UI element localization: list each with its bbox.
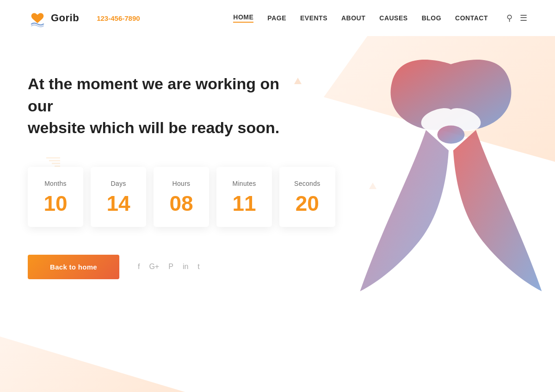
countdown-value: 11 — [232, 193, 256, 214]
logo-text: Gorib — [51, 12, 79, 24]
countdown-value: 10 — [43, 193, 67, 214]
back-home-button[interactable]: Back to home — [28, 255, 119, 279]
tagline-line2: website which will be ready soon. — [28, 119, 279, 136]
nav-home[interactable]: HOME — [233, 13, 253, 23]
social-icon-facebook[interactable]: f — [138, 263, 140, 271]
logo-icon — [28, 8, 47, 28]
social-icons: fG+Pint — [138, 263, 200, 271]
countdown-value: 14 — [106, 193, 130, 214]
countdown-item-seconds: Seconds20 — [279, 167, 335, 227]
countdown-item-minutes: Minutes11 — [216, 167, 272, 227]
countdown-label: Minutes — [232, 180, 256, 187]
bg-decoration-bottom-left — [0, 300, 185, 392]
countdown-label: Days — [111, 180, 126, 187]
social-icon-pinterest[interactable]: P — [168, 263, 173, 271]
tagline-line1: At the moment we are working on our — [28, 75, 279, 115]
logo-area: Gorib 123-456-7890 — [28, 8, 140, 28]
bottom-section: Back to home fG+Pint — [0, 227, 555, 298]
main-content: At the moment we are working on our webs… — [0, 36, 555, 227]
nav-contact[interactable]: CONTACT — [455, 14, 488, 22]
search-icon[interactable]: ⚲ — [506, 13, 512, 23]
countdown-label: Months — [44, 180, 67, 187]
menu-icon[interactable]: ☰ — [520, 13, 527, 23]
countdown-value: 08 — [169, 193, 193, 214]
header: Gorib 123-456-7890 HOME PAGE EVENTS ABOU… — [0, 0, 555, 36]
countdown-item-hours: Hours08 — [154, 167, 209, 227]
countdown-label: Hours — [173, 180, 191, 187]
countdown-label: Seconds — [294, 180, 321, 187]
main-nav: HOME PAGE EVENTS ABOUT CAUSES BLOG CONTA… — [233, 13, 527, 23]
nav-about[interactable]: ABOUT — [341, 14, 365, 22]
tagline: At the moment we are working on our webs… — [28, 73, 287, 139]
social-icon-twitter[interactable]: t — [197, 263, 199, 271]
countdown-item-days: Days14 — [91, 167, 146, 227]
nav-icons: ⚲ ☰ — [506, 13, 527, 23]
nav-events[interactable]: EVENTS — [300, 14, 327, 22]
nav-causes[interactable]: CAUSES — [379, 14, 407, 22]
countdown-item-months: Months10 — [28, 167, 83, 227]
countdown-value: 20 — [296, 193, 319, 214]
phone-number[interactable]: 123-456-7890 — [97, 14, 140, 22]
nav-blog[interactable]: BLOG — [422, 14, 441, 22]
social-icon-linkedin[interactable]: in — [183, 263, 188, 271]
countdown: Months10Days14Hours08Minutes11Seconds20 — [28, 167, 527, 227]
social-icon-google-plus[interactable]: G+ — [149, 263, 159, 271]
nav-page[interactable]: PAGE — [267, 14, 286, 22]
